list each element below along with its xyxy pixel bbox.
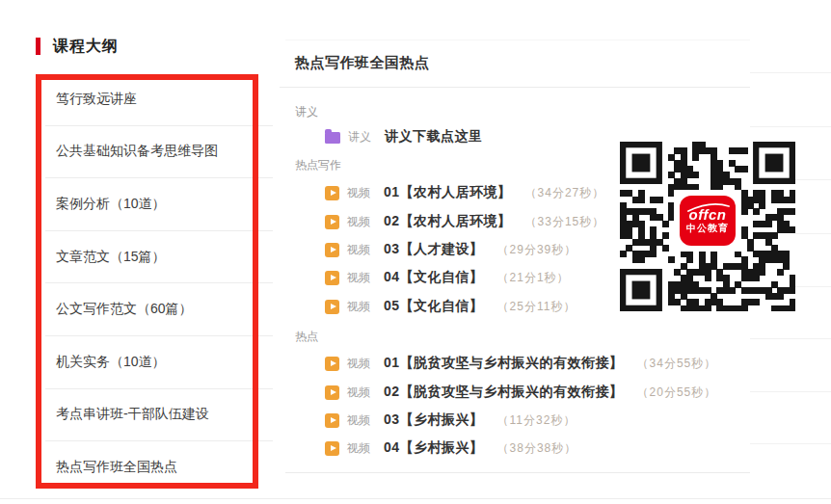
red-accent-bar [36,38,40,55]
video-play-icon [325,413,339,428]
video-row[interactable]: 视频 03【人才建设】 （29分39秒） [325,239,576,260]
title-divider [280,87,750,88]
video-play-icon [325,441,339,456]
course-page: 课程大纲 笃行致远讲座 公共基础知识备考思维导图 案例分析（10道） 文章范文（… [0,0,831,504]
qr-code: offcn 中公教育 [620,142,795,311]
right-column-divider [750,72,831,73]
video-row[interactable]: 视频 03【乡村振兴】 （11分32秒） [325,410,576,431]
outline-item-official-writing[interactable]: 公文写作范文（60篇） [45,283,273,336]
video-row[interactable]: 视频 02【脱贫攻坚与乡村振兴的有效衔接】 （20分55秒） [325,382,716,403]
outline-item-hot-topics[interactable]: 热点写作班全国热点 [45,441,273,494]
video-play-icon [325,215,339,229]
right-column-divider [750,126,831,127]
video-type-label: 视频 [347,412,370,429]
video-duration: （34分27秒） [525,185,605,201]
offcn-logo-chinese: 中公教育 [686,222,729,234]
video-duration: （11分32秒） [497,412,576,429]
offcn-swoosh-icon [687,202,730,212]
video-duration: （29分39秒） [497,242,577,258]
video-duration: （20分55秒） [637,385,717,401]
video-type-label: 视频 [347,440,370,457]
video-title: 03【乡村振兴】 [384,411,484,429]
video-play-icon [325,385,339,400]
video-row[interactable]: 视频 01【脱贫攻坚与乡村振兴的有效衔接】 （34分55秒） [325,353,716,374]
video-duration: （38分38秒） [497,440,577,457]
course-outline-title: 课程大纲 [53,37,119,57]
page-bottom-divider [0,498,831,499]
video-type-label: 视频 [347,214,370,230]
panel-top-divider [285,40,750,40]
right-column-divider [750,443,831,444]
video-duration: （21分1秒） [497,270,570,286]
video-play-icon [325,300,339,314]
right-column-divider [750,391,831,392]
video-row[interactable]: 视频 01【农村人居环境】 （34分27秒） [325,182,604,203]
outline-item-lecture[interactable]: 笃行致远讲座 [45,73,273,126]
offcn-logo: offcn 中公教育 [680,196,736,246]
video-title: 05【文化自信】 [384,298,484,315]
video-type-label: 视频 [347,356,370,372]
video-row[interactable]: 视频 05【文化自信】 （25分11秒） [325,296,576,317]
panel-bottom-divider [285,472,750,473]
folder-icon [325,132,340,144]
video-title: 01【脱贫攻坚与乡村振兴的有效衔接】 [384,355,624,372]
video-duration: （25分11秒） [497,299,576,315]
outline-item-case-analysis[interactable]: 案例分析（10道） [45,178,273,231]
video-duration: （34分55秒） [637,356,717,372]
video-title: 02【农村人居环境】 [384,213,512,230]
outline-item-key-points[interactable]: 考点串讲班-干部队伍建设 [45,389,273,442]
handout-type-label: 讲义 [348,129,371,146]
section-label-handouts: 讲义 [295,104,318,120]
outline-item-mindmap[interactable]: 公共基础知识备考思维导图 [45,126,273,179]
video-type-label: 视频 [347,270,370,286]
video-type-label: 视频 [347,385,370,401]
video-title: 01【农村人居环境】 [384,184,512,201]
panel-title: 热点写作班全国热点 [295,54,430,72]
outline-item-practice[interactable]: 机关实务（10道） [45,336,273,389]
right-column-divider [750,338,831,339]
video-title: 02【脱贫攻坚与乡村振兴的有效衔接】 [384,384,624,401]
video-row[interactable]: 视频 04【乡村振兴】 （38分38秒） [325,438,576,459]
video-row[interactable]: 视频 04【文化自信】 （21分1秒） [325,267,570,288]
video-play-icon [325,357,339,371]
video-duration: （33分15秒） [525,214,605,230]
video-row[interactable]: 视频 02【农村人居环境】 （33分15秒） [325,211,604,232]
video-type-label: 视频 [347,242,370,258]
outline-item-essay-samples[interactable]: 文章范文（15篇） [45,231,273,284]
video-play-icon [325,243,339,257]
course-outline-header: 课程大纲 [36,37,119,56]
section-label-hot-writing: 热点写作 [295,157,341,173]
video-play-icon [325,186,339,200]
video-title: 04【文化自信】 [384,269,484,286]
video-title: 03【人才建设】 [384,241,484,258]
video-type-label: 视频 [347,185,370,201]
video-play-icon [325,271,339,285]
handout-title: 讲义下载点这里 [385,128,483,146]
video-title: 04【乡村振兴】 [384,439,484,457]
video-type-label: 视频 [347,299,370,315]
section-label-hot-topics: 热点 [295,329,318,345]
handout-row[interactable]: 讲义 讲义下载点这里 [325,126,483,147]
course-outline-list: 笃行致远讲座 公共基础知识备考思维导图 案例分析（10道） 文章范文（15篇） … [45,73,273,494]
